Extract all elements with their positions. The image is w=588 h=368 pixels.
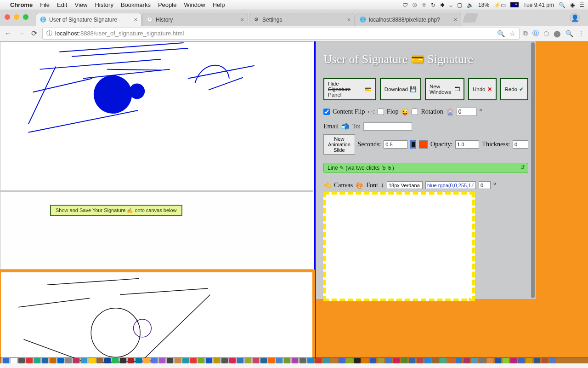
dock-item[interactable] — [175, 358, 181, 363]
dock-item[interactable] — [471, 358, 478, 363]
dock-item[interactable] — [221, 358, 228, 363]
dock-item[interactable] — [143, 358, 150, 363]
dock-item[interactable] — [11, 358, 17, 363]
dock-item[interactable] — [487, 358, 493, 363]
volume-icon[interactable]: 🔈 — [467, 2, 474, 8]
bookmark-icon[interactable]: ☆ — [509, 30, 515, 37]
dock-item[interactable] — [503, 358, 509, 363]
dock-item[interactable] — [518, 358, 525, 363]
email-to-input[interactable] — [363, 122, 412, 131]
dock-item[interactable] — [378, 358, 384, 363]
dock-item[interactable] — [276, 358, 283, 363]
signature-canvas-top[interactable] — [0, 41, 313, 191]
resize-grip-icon[interactable]: ⌟ — [468, 294, 474, 300]
dock-item[interactable] — [237, 358, 243, 363]
flag-icon[interactable] — [510, 2, 519, 7]
angle-input[interactable] — [479, 181, 491, 189]
tab-history[interactable]: 🕑 History × — [142, 13, 248, 26]
dock-item[interactable] — [214, 358, 220, 363]
dock-item[interactable] — [307, 358, 314, 363]
close-tab-icon[interactable]: × — [134, 16, 137, 23]
dock-item[interactable] — [456, 358, 462, 363]
dock-item[interactable] — [18, 358, 25, 363]
close-tab-icon[interactable]: × — [347, 16, 351, 23]
dock-item[interactable] — [26, 358, 33, 363]
dock-item[interactable] — [253, 358, 259, 363]
dock-item[interactable] — [362, 358, 368, 363]
dock-item[interactable] — [424, 358, 431, 363]
dock-item[interactable] — [331, 358, 337, 363]
dock-item[interactable] — [495, 358, 501, 363]
dock-item[interactable] — [526, 358, 532, 363]
tab-pixellate[interactable]: 🌐 localhost:8888/pixellate.php? × — [356, 13, 461, 26]
scratch-canvas[interactable]: ⌟ — [323, 192, 475, 301]
dock-item[interactable] — [534, 358, 540, 363]
dock-item[interactable] — [206, 358, 212, 363]
dock-item[interactable] — [3, 358, 9, 363]
dock-item[interactable] — [89, 358, 95, 363]
extension-icon[interactable]: ⓐ — [532, 29, 539, 38]
dock-item[interactable] — [370, 358, 376, 363]
dock-item[interactable] — [198, 358, 204, 363]
dock-item[interactable] — [182, 358, 189, 363]
download-button[interactable]: Download💾 — [380, 78, 421, 100]
dock-item[interactable] — [510, 358, 517, 363]
dock-item[interactable] — [432, 358, 439, 363]
close-tab-icon[interactable]: × — [240, 16, 244, 23]
close-window-icon[interactable] — [5, 14, 10, 20]
menu-edit[interactable]: Edit — [57, 1, 67, 8]
dock-item[interactable] — [136, 358, 142, 363]
fill-colour-chip[interactable] — [419, 140, 428, 149]
menu-history[interactable]: History — [95, 1, 113, 8]
dock-item[interactable] — [81, 358, 87, 363]
extension-icon[interactable]: 🔍 — [565, 30, 573, 37]
new-windows-button[interactable]: New Windows🗔 — [425, 78, 464, 100]
dock-item[interactable] — [190, 358, 197, 363]
dock-item[interactable] — [167, 358, 173, 363]
profile-avatar[interactable]: 👤 — [570, 13, 580, 23]
dock-item[interactable] — [354, 358, 361, 363]
zoom-icon[interactable]: 🔍 — [497, 30, 505, 37]
dock-item[interactable] — [260, 358, 267, 363]
wifi-icon[interactable]: ⌵ — [449, 2, 452, 8]
spotlight-icon[interactable]: 🔍 — [559, 2, 565, 8]
opacity-input[interactable] — [455, 140, 479, 149]
back-button[interactable]: ← — [4, 29, 13, 38]
extension-icon[interactable]: ⧉ — [523, 29, 528, 37]
window-controls[interactable] — [5, 14, 28, 20]
menu-file[interactable]: File — [40, 1, 50, 8]
extension-icon[interactable]: ⬤ — [554, 30, 561, 37]
tab-signature[interactable]: 🌐 User of Signature Signature - × — [36, 13, 141, 26]
tab-settings[interactable]: ⚙ Settings × — [249, 13, 355, 26]
dock-item[interactable] — [401, 358, 407, 363]
clock[interactable]: Tue 9:41 pm — [523, 2, 554, 8]
dock-item[interactable] — [128, 358, 134, 363]
chrome-menu-icon[interactable]: ⋮ — [578, 30, 584, 37]
tool-select[interactable]: Line ✎ (via two clicks 🖱🖱) — [323, 163, 528, 173]
address-bar[interactable]: ⓘ localhost:8888/user_of_signature_signa… — [42, 28, 520, 40]
dock-item[interactable] — [385, 358, 392, 363]
dock-item[interactable] — [448, 358, 454, 363]
siri-icon[interactable]: ◉ — [570, 2, 575, 8]
dock-item[interactable] — [440, 358, 447, 363]
dock-item[interactable] — [50, 358, 56, 363]
dock-item[interactable] — [65, 358, 72, 363]
close-tab-icon[interactable]: × — [453, 16, 457, 23]
dock-item[interactable] — [104, 358, 111, 363]
dock-item[interactable] — [284, 358, 290, 363]
notification-icon[interactable]: ☰ — [579, 2, 584, 8]
dock-item[interactable] — [393, 358, 400, 363]
menu-view[interactable]: View — [74, 1, 87, 8]
dock-item[interactable] — [112, 358, 119, 363]
colour-input[interactable] — [425, 181, 476, 189]
hide-signature-button[interactable]: Hide Signature Panel💳 — [323, 78, 376, 100]
dock-item[interactable] — [268, 358, 275, 363]
rotation-input[interactable] — [457, 108, 477, 116]
dock-item[interactable] — [346, 358, 353, 363]
flop-checkbox[interactable] — [378, 109, 384, 115]
display-icon[interactable]: ▢ — [457, 2, 462, 8]
dock-item[interactable] — [120, 358, 126, 363]
content-flip-checkbox[interactable] — [323, 109, 330, 115]
dock-item[interactable] — [151, 358, 158, 363]
dock-item[interactable] — [549, 358, 556, 363]
